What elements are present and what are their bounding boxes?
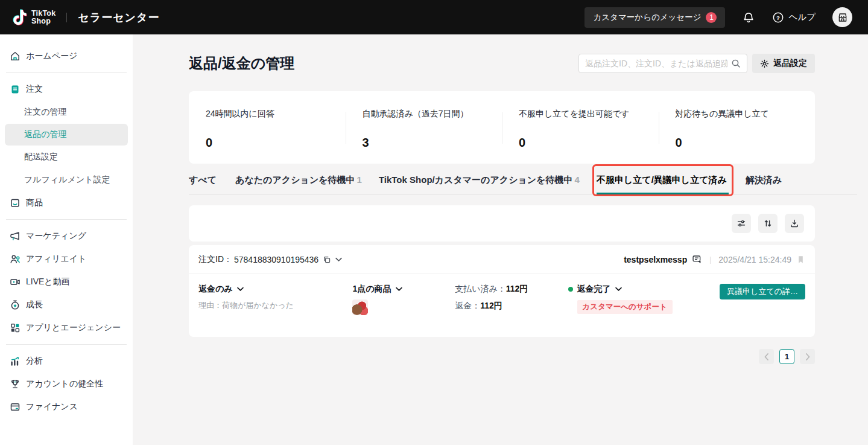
sidebar-item-orders[interactable]: 注文: [0, 78, 133, 101]
marketing-icon: [10, 231, 21, 242]
sidebar-item-label: 注文の管理: [24, 107, 66, 118]
list-toolbar: [189, 205, 815, 242]
sidebar-item-label: 配送設定: [24, 152, 58, 162]
sidebar-item-label: ファイナンス: [26, 402, 78, 412]
sidebar-item-label: 注文: [26, 84, 43, 95]
chevron-down-icon: [396, 287, 402, 292]
filter-button[interactable]: [732, 214, 751, 233]
sidebar-item-products[interactable]: 商品: [0, 191, 133, 214]
growth-icon: [10, 299, 21, 310]
sidebar-item-returns-management[interactable]: 返品の管理: [5, 124, 128, 146]
sidebar-item-label: マーケティング: [26, 231, 86, 242]
finance-icon: [10, 402, 21, 412]
sidebar-item-affiliate[interactable]: アフィリエイト: [0, 248, 133, 271]
sidebar-item-live-video[interactable]: LIVEと動画: [0, 271, 133, 293]
next-page-button[interactable]: [800, 349, 815, 364]
tiktok-note-icon: [12, 9, 28, 26]
return-settings-label: 返品設定: [773, 58, 807, 69]
orders-icon: [10, 84, 21, 95]
product-thumbnail[interactable]: [352, 299, 368, 315]
apps-icon: [10, 322, 21, 333]
order-header-row: 注文ID：578418830910195436 testpse: [189, 245, 815, 274]
sort-icon: [763, 219, 773, 228]
gear-icon: [760, 59, 769, 68]
buyer-username: testpselxmessp: [624, 255, 687, 264]
app-title: セラーセンター: [78, 10, 159, 25]
return-settings-button[interactable]: 返品設定: [752, 54, 815, 73]
sidebar-item-label: フルフィルメント設定: [24, 174, 110, 185]
sidebar-item-apps-agency[interactable]: アプリとエージェンシー: [0, 316, 133, 339]
sidebar-item-marketing[interactable]: マーケティング: [0, 225, 133, 248]
stat-appeal-available: 不服申し立てを提出可能です 0: [502, 91, 659, 164]
order-id: 注文ID：578418830910195436: [198, 254, 342, 265]
account-health-icon: [10, 379, 21, 389]
search-input[interactable]: [585, 59, 727, 68]
stat-respond-24h: 24時間以内に回答 0: [189, 91, 346, 164]
items-dropdown[interactable]: 1点の商品: [352, 284, 455, 295]
sidebar-item-order-management[interactable]: 注文の管理: [0, 101, 133, 124]
sidebar-item-label: LIVEと動画: [26, 277, 70, 287]
stat-pending-disputes: 対応待ちの異議申し立て 0: [659, 91, 816, 164]
sidebar-item-label: 商品: [26, 197, 43, 208]
sidebar-nav: ホームページ 注文 注文の管理 返品の管理 配送設定 フルフィルメント設定 商品: [0, 34, 133, 445]
bookmark-icon[interactable]: [796, 255, 805, 264]
sidebar-item-label: アフィリエイト: [26, 254, 86, 264]
copy-icon[interactable]: [323, 255, 331, 264]
sidebar-item-label: 分析: [26, 356, 43, 367]
stat-value: 0: [206, 136, 340, 150]
customer-messages-label: カスタマーからのメッセージ: [593, 12, 701, 23]
download-icon: [790, 219, 799, 228]
order-detail-row: 返金のみ 理由：荷物が届かなかった 1点の商品: [189, 274, 815, 325]
tab-appeals-disputes[interactable]: 不服申し立て/異議申し立て済み: [597, 174, 729, 194]
shop-avatar-button[interactable]: [832, 7, 852, 27]
customer-messages-button[interactable]: カスタマーからのメッセージ 1: [584, 7, 725, 28]
analytics-icon: [10, 356, 21, 367]
page-title: 返品/返金の管理: [189, 54, 578, 73]
filter-icon: [737, 219, 746, 228]
tab-count: 1: [357, 174, 362, 185]
sidebar-item-analytics[interactable]: 分析: [0, 350, 133, 373]
prev-page-button[interactable]: [759, 349, 774, 364]
status-label: 返金完了: [577, 284, 611, 295]
tab-resolved[interactable]: 解決済み: [746, 174, 784, 194]
sidebar-item-account-health[interactable]: アカウントの健全性: [0, 373, 133, 395]
stat-value: 0: [519, 136, 653, 150]
chevron-down-icon[interactable]: [335, 257, 342, 262]
tab-awaiting-tiktok-customer-action[interactable]: TikTok Shop/カスタマーのアクションを待機中4: [379, 174, 580, 194]
tab-all[interactable]: すべて: [189, 174, 218, 194]
stats-card: 24時間以内に回答 0 自動承認済み（過去7日間） 3 不服申し立てを提出可能で…: [189, 91, 815, 164]
page-header: 返品/返金の管理 返品設定: [189, 54, 815, 73]
sidebar-item-finance[interactable]: ファイナンス: [0, 395, 133, 418]
sort-button[interactable]: [758, 214, 778, 233]
sidebar-item-label: 成長: [26, 299, 43, 310]
sidebar-divider: [6, 72, 127, 73]
sidebar-item-shipping-settings[interactable]: 配送設定: [0, 146, 133, 168]
sidebar-item-growth[interactable]: 成長: [0, 293, 133, 316]
status-dropdown[interactable]: 返金完了: [568, 284, 720, 295]
page-number[interactable]: 1: [779, 349, 794, 364]
tab-count: 4: [575, 174, 580, 185]
export-button[interactable]: [785, 214, 804, 233]
live-video-icon: [10, 277, 21, 287]
returns-search: [578, 54, 747, 73]
status-tabs: すべて あなたのアクションを待機中1 TikTok Shop/カスタマーのアクシ…: [189, 174, 857, 195]
return-type-dropdown[interactable]: 返金のみ: [198, 284, 352, 295]
help-button[interactable]: ? ヘルプ: [772, 11, 816, 24]
stat-value: 3: [363, 136, 496, 150]
search-icon[interactable]: [731, 59, 741, 68]
dispute-details-button[interactable]: 異議申し立ての詳…: [720, 284, 805, 299]
sidebar-item-home[interactable]: ホームページ: [0, 45, 133, 68]
meta-divider: |: [709, 255, 711, 264]
chevron-down-icon: [237, 287, 244, 292]
chat-icon[interactable]: [692, 254, 702, 264]
status-dot-icon: [568, 287, 573, 292]
refund-amount: 返金：112円: [455, 301, 568, 312]
bell-icon[interactable]: [742, 11, 755, 24]
sidebar-item-label: アプリとエージェンシー: [26, 322, 121, 333]
paid-amount: 支払い済み：112円: [455, 284, 568, 295]
tab-awaiting-your-action[interactable]: あなたのアクションを待機中1: [235, 174, 362, 194]
sidebar-divider: [6, 219, 127, 220]
return-order-card: 注文ID：578418830910195436 testpse: [189, 245, 815, 337]
sidebar-item-fulfillment-settings[interactable]: フルフィルメント設定: [0, 168, 133, 191]
main-area: 返品/返金の管理 返品設定: [133, 34, 868, 445]
